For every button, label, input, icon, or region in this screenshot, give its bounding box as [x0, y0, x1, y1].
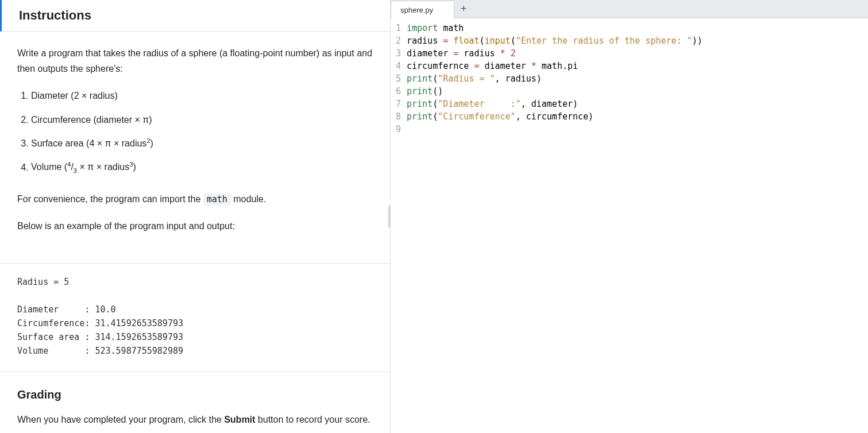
line-number: 9	[391, 123, 401, 136]
line-number: 8	[391, 110, 401, 123]
instructions-intro: Write a program that takes the radius of…	[17, 45, 373, 76]
code-line[interactable]: import math	[407, 22, 868, 34]
instructions-list: Diameter (2 × radius) Circumference (dia…	[31, 88, 373, 176]
pane-resize-handle[interactable]	[388, 205, 391, 228]
code-line[interactable]: print()	[407, 85, 868, 98]
inline-code-math: math	[203, 193, 231, 206]
line-number: 6	[391, 85, 401, 98]
grading-block: Grading When you have completed your pro…	[0, 372, 390, 434]
instructions-body: Write a program that takes the radius of…	[0, 32, 390, 264]
line-number: 3	[391, 47, 401, 60]
line-number: 5	[391, 72, 401, 85]
line-number: 7	[391, 98, 401, 110]
list-item: Volume (4/3 × π × radius3)	[31, 159, 373, 176]
code-line[interactable]: radius = float(input("Enter the radius o…	[407, 34, 868, 47]
code-area[interactable]: import mathradius = float(input("Enter t…	[403, 22, 868, 433]
code-line[interactable]: print("Circumference", circumfernce)	[407, 110, 868, 123]
editor-pane: sphere.py + 123456789 import mathradius …	[391, 0, 868, 433]
add-tab-button[interactable]: +	[454, 0, 473, 18]
code-line[interactable]	[407, 123, 868, 136]
grading-title: Grading	[17, 388, 373, 401]
list-item: Circumference (diameter × π)	[31, 112, 373, 127]
convenience-line: For convenience, the program can import …	[17, 191, 373, 207]
example-output: Radius = 5 Diameter : 10.0 Circumference…	[0, 264, 390, 372]
grading-text: When you have completed your program, cl…	[17, 412, 373, 427]
example-intro: Below is an example of the program input…	[17, 218, 373, 234]
plus-icon: +	[461, 3, 467, 15]
tab-bar: sphere.py +	[391, 0, 868, 18]
line-number: 1	[391, 22, 401, 34]
instructions-pane: Instructions Write a program that takes …	[0, 0, 391, 433]
line-number-gutter: 123456789	[391, 22, 403, 433]
code-line[interactable]: print("Diameter :", diameter)	[407, 98, 868, 110]
editor-tab-active[interactable]: sphere.py	[391, 1, 454, 18]
code-editor[interactable]: 123456789 import mathradius = float(inpu…	[391, 18, 868, 433]
list-item: Diameter (2 × radius)	[31, 88, 373, 103]
list-item: Surface area (4 × π × radius2)	[31, 136, 373, 152]
instructions-title: Instructions	[19, 8, 373, 23]
code-line[interactable]: circumfernce = diameter * math.pi	[407, 60, 868, 72]
tab-label: sphere.py	[400, 6, 433, 14]
line-number: 4	[391, 60, 401, 72]
code-line[interactable]: diameter = radius * 2	[407, 47, 868, 60]
line-number: 2	[391, 34, 401, 47]
instructions-header: Instructions	[0, 0, 390, 32]
code-line[interactable]: print("Radius = ", radius)	[407, 72, 868, 85]
